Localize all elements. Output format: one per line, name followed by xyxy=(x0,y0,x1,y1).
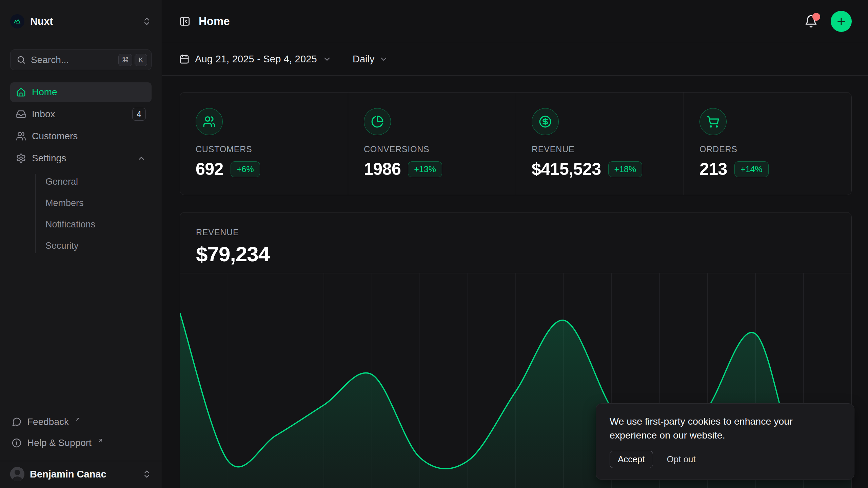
inbox-icon xyxy=(16,109,26,119)
message-bubble-icon xyxy=(12,417,22,427)
sidebar-collapse-icon[interactable] xyxy=(179,16,191,27)
nuxt-logo-icon xyxy=(10,14,24,28)
inbox-count-badge: 4 xyxy=(132,108,146,121)
help-support-label: Help & Support xyxy=(27,438,92,448)
external-link-icon xyxy=(75,416,81,422)
stat-card-conversions[interactable]: CONVERSIONS 1986 +13% xyxy=(348,93,516,195)
page-title: Home xyxy=(199,15,230,28)
sidebar-item-notifications[interactable]: Notifications xyxy=(20,214,141,235)
workspace-name: Nuxt xyxy=(30,16,53,27)
sidebar-item-security[interactable]: Security xyxy=(20,235,141,257)
stat-delta-badge: +18% xyxy=(608,161,643,177)
feedback-link[interactable]: Feedback xyxy=(10,411,152,432)
add-button[interactable] xyxy=(831,11,852,32)
sidebar-item-inbox[interactable]: Inbox 4 xyxy=(10,104,152,124)
chevrons-up-down-icon xyxy=(142,469,152,479)
stat-value: 1986 xyxy=(364,159,401,179)
sidebar-item-customers[interactable]: Customers xyxy=(10,126,152,146)
stat-label: CONVERSIONS xyxy=(364,144,500,154)
stats-row: CUSTOMERS 692 +6% CONVERSIONS 1986 +13% xyxy=(180,92,852,195)
revenue-chart-total: $79,234 xyxy=(196,242,835,266)
filters-toolbar: Aug 21, 2025 - Sep 4, 2025 Daily xyxy=(162,43,868,76)
chevron-up-icon xyxy=(137,154,146,163)
stat-delta-badge: +14% xyxy=(734,161,769,177)
user-section: Benjamin Canac xyxy=(0,461,162,488)
stat-value: 692 xyxy=(196,159,223,179)
notification-dot xyxy=(812,13,820,21)
user-menu[interactable]: Benjamin Canac xyxy=(10,467,152,481)
sidebar-item-label: Home xyxy=(32,87,57,98)
stat-delta-badge: +6% xyxy=(231,161,260,177)
home-icon xyxy=(16,87,26,97)
granularity-select[interactable]: Daily xyxy=(353,54,388,65)
kbd-cmd: ⌘ xyxy=(118,54,132,66)
workspace-switcher[interactable]: Nuxt xyxy=(0,0,162,43)
search-input[interactable]: Search... ⌘ K xyxy=(10,49,152,70)
plus-icon xyxy=(836,16,847,27)
stat-value: $415,523 xyxy=(532,159,601,179)
stat-value: 213 xyxy=(699,159,727,179)
info-circle-icon xyxy=(12,438,22,448)
cookie-message: We use first-party cookies to enhance yo… xyxy=(610,414,841,442)
sidebar-nav: Home Inbox 4 Customers xyxy=(10,82,152,257)
stat-card-revenue[interactable]: REVENUE $415,523 +18% xyxy=(516,93,684,195)
sidebar-footer: Feedback Help & Support xyxy=(0,411,162,453)
shopping-cart-icon xyxy=(699,108,727,135)
sidebar-item-settings[interactable]: Settings xyxy=(10,148,152,168)
stat-card-customers[interactable]: CUSTOMERS 692 +6% xyxy=(180,93,348,195)
sidebar-item-label: Customers xyxy=(32,131,78,142)
feedback-label: Feedback xyxy=(27,416,69,427)
stat-label: ORDERS xyxy=(699,144,836,154)
cookie-consent-toast: We use first-party cookies to enhance yo… xyxy=(596,403,854,480)
opt-out-button[interactable]: Opt out xyxy=(667,454,696,465)
search-placeholder: Search... xyxy=(31,55,116,65)
gear-icon xyxy=(16,153,26,163)
sidebar-item-label: Inbox xyxy=(32,109,55,120)
chevron-down-icon xyxy=(322,55,332,64)
chevrons-up-down-icon xyxy=(142,17,152,26)
sidebar-item-label: Settings xyxy=(32,153,66,164)
revenue-chart-label: REVENUE xyxy=(196,227,835,237)
date-range-picker[interactable]: Aug 21, 2025 - Sep 4, 2025 xyxy=(179,54,332,65)
help-support-link[interactable]: Help & Support xyxy=(10,432,152,453)
search-icon xyxy=(17,55,26,64)
notifications-button[interactable] xyxy=(804,15,818,28)
sidebar-item-members[interactable]: Members xyxy=(20,192,141,214)
user-name: Benjamin Canac xyxy=(30,469,106,480)
users-icon xyxy=(16,131,26,141)
users-icon xyxy=(196,108,223,135)
accept-button[interactable]: Accept xyxy=(610,451,653,468)
chevron-down-icon xyxy=(379,55,388,64)
external-link-icon xyxy=(98,438,103,443)
calendar-icon xyxy=(179,54,190,64)
stat-label: CUSTOMERS xyxy=(196,144,332,154)
granularity-value: Daily xyxy=(353,54,374,65)
date-range-value: Aug 21, 2025 - Sep 4, 2025 xyxy=(195,54,317,65)
kbd-k: K xyxy=(135,54,147,66)
header-actions xyxy=(804,11,852,32)
stat-card-orders[interactable]: ORDERS 213 +14% xyxy=(684,93,851,195)
settings-subnav: General Members Notifications Security xyxy=(20,171,141,257)
sidebar: Nuxt Search... ⌘ K Home xyxy=(0,0,162,488)
sidebar-item-home[interactable]: Home xyxy=(10,82,152,102)
circle-dollar-icon xyxy=(532,108,559,135)
page-header: Home xyxy=(162,0,868,43)
stat-delta-badge: +13% xyxy=(408,161,442,177)
stat-label: REVENUE xyxy=(532,144,668,154)
avatar xyxy=(10,467,24,481)
sidebar-item-general[interactable]: General xyxy=(20,171,141,192)
pie-chart-icon xyxy=(364,108,391,135)
